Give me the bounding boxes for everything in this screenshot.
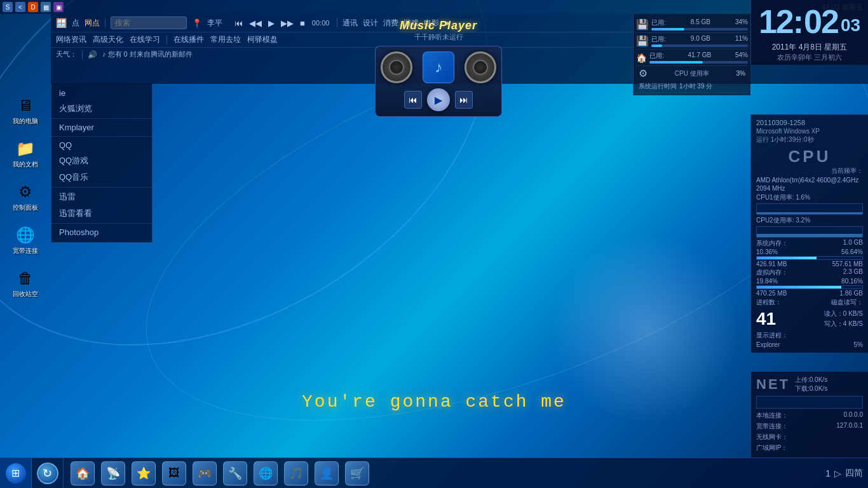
taskbar-rss-icon: 📡 <box>101 461 125 485</box>
qm-item-kmplayer[interactable]: Kmplayer <box>51 120 152 135</box>
net-loopback-row: 宽带连接： 127.0.0.1 <box>756 421 863 431</box>
nav-link-comm[interactable]: 通讯 <box>342 18 358 29</box>
disk-bar-3 <box>649 61 748 64</box>
top-bar-icon-lt[interactable]: < <box>15 2 25 12</box>
music-note-button[interactable]: ♪ <box>423 51 454 83</box>
net-wan-label: 广域网IP： <box>756 444 787 452</box>
top-bar-icon-d[interactable]: D <box>28 2 38 12</box>
taskbar-icon-rss[interactable]: 📡 <box>99 459 127 487</box>
disk-bar-2 <box>651 44 748 47</box>
mem-total-text: 1.0 GB <box>843 239 863 248</box>
mp-next-icon: ⏭ <box>459 95 468 105</box>
top-bar-icon-extra1[interactable]: ▦ <box>41 2 51 12</box>
nav-link-study[interactable]: 在线学习 <box>130 34 160 45</box>
taskbar-icon-user[interactable]: 👤 <box>313 459 341 487</box>
nav-link-common[interactable]: 常用去垃 <box>210 34 241 45</box>
taskbar-icon-net[interactable]: 🌐 <box>252 459 280 487</box>
disk-info-3: 已用: 41.7 GB 54% <box>649 51 748 64</box>
top-bar-icon-s[interactable]: S <box>3 2 13 12</box>
desktop-icon-broadband[interactable]: 🌐 宽带连接 <box>5 220 46 261</box>
disk-label-2: 已用: <box>651 35 666 44</box>
volume-icon: 🔊 <box>88 50 97 59</box>
media-btn-prev[interactable]: ⏮ <box>233 18 245 29</box>
mp-play-button[interactable]: ▶ <box>427 88 450 111</box>
mp-prev-button[interactable]: ⏮ <box>404 91 422 109</box>
cpu-sys-label: 20110309-1258 <box>756 119 863 126</box>
qm-item-qqmusic[interactable]: QQ音乐 <box>51 169 152 186</box>
qm-item-photoshop[interactable]: Photoshop <box>51 225 152 240</box>
qm-item-qq[interactable]: QQ <box>51 138 152 152</box>
desktop-icon-controlpanel[interactable]: ⚙ 控制面板 <box>5 177 46 217</box>
taskbar-icon-game[interactable]: 🎮 <box>191 459 219 487</box>
taskbar-refresh-btn[interactable]: ↻ <box>32 458 64 489</box>
media-btn-forward[interactable]: ▶▶ <box>279 18 295 29</box>
disk-icon-2: 💾 <box>636 35 649 47</box>
nav-link-netinfo[interactable]: 网络资讯 <box>56 34 86 45</box>
speaker-left-inner <box>389 60 404 75</box>
disk-bar-fill-2 <box>651 44 662 47</box>
desktop-icon-recycle[interactable]: 🗑 回收站空 <box>5 263 46 304</box>
nav-link-online[interactable]: 在线播件 <box>173 34 204 45</box>
clock-time-display: 12 : 02 03 <box>756 3 863 41</box>
start-button[interactable]: ⊞ <box>0 458 32 489</box>
net-panel-title: NET <box>756 376 790 393</box>
disk-row-3: 🏠 已用: 41.7 GB 54% <box>636 50 748 66</box>
qm-item-ie[interactable]: ie <box>51 86 152 100</box>
cpu-freq-label: 当前频率： <box>756 166 863 175</box>
net-upload-speed: 上传:0.0K/s <box>795 376 827 384</box>
net-wifi-row: 无线网卡： <box>756 432 863 442</box>
taskbar-icon-music[interactable]: 🎵 <box>282 459 310 487</box>
qm-item-firefox[interactable]: 火狐浏览 <box>51 100 152 117</box>
cpu1-graph-line <box>757 212 862 214</box>
qm-item-qqgames[interactable]: QQ游戏 <box>51 152 152 169</box>
desktop-icon-mydocs[interactable]: 📁 我的文档 <box>5 133 46 174</box>
cpu2-graph-line <box>757 234 862 237</box>
cpu-model-row: AMD Athlon(tm)64x2 4600@2.4GHz <box>756 177 863 184</box>
nav-search-input[interactable] <box>111 17 187 29</box>
sys-uptime-val: 1小时 39 分 <box>679 82 712 91</box>
nav-sep3 <box>166 36 167 44</box>
media-controls: ⏮ ◀◀ ▶ ▶▶ ■ 00:00 <box>233 18 332 29</box>
disk-icon-1: 💾 <box>636 18 649 30</box>
tray-icon-1[interactable]: 1 <box>825 468 831 478</box>
taskbar-icon-home[interactable]: 🏠 <box>69 459 97 487</box>
nav-link-kdisk[interactable]: 柯驿模盘 <box>247 34 278 45</box>
disk-io-values: 读入：0 KB/S 写入：4 KB/S <box>824 308 863 330</box>
virtual-percent-left: 19.84% <box>756 278 778 285</box>
tray-icon-lang[interactable]: 四简 <box>845 468 863 479</box>
nav-link-advanced[interactable]: 高级天化 <box>93 34 123 45</box>
media-btn-rewind[interactable]: ◀◀ <box>247 18 264 29</box>
nav-address-link[interactable]: 李平 <box>207 18 222 29</box>
taskbar-icon-tool[interactable]: 🔧 <box>221 459 249 487</box>
desktop-icon-mycomputer[interactable]: 🖥 我的电脑 <box>5 90 46 131</box>
qm-item-thunderwatch[interactable]: 迅雷看看 <box>51 205 152 222</box>
broadband-label: 宽带连接 <box>5 247 46 255</box>
gear-settings-icon[interactable]: ⚙ <box>639 67 648 79</box>
cpu2-graph <box>756 226 863 238</box>
clock-colon: : <box>793 3 804 41</box>
clock-date-lunar: 农历辛卯年 三月初六 <box>756 53 863 62</box>
virtual-bar <box>756 285 863 289</box>
cpu-freq-val: 2094 MHz <box>756 185 785 192</box>
taskbar-icon-shop[interactable]: 🛒 <box>343 459 371 487</box>
disk-percent-3: 54% <box>735 51 748 60</box>
taskbar-icon-photo[interactable]: 🖼 <box>160 459 188 487</box>
media-btn-play[interactable]: ▶ <box>266 18 276 29</box>
sys-uptime-label: 系统运行时间 <box>639 82 677 91</box>
mem-free-text: 557.61 MB <box>832 261 863 268</box>
disk-info-2: 已用: 9.0 GB 11% <box>651 35 748 47</box>
media-btn-stop[interactable]: ■ <box>298 18 307 29</box>
disk-bar-fill-1 <box>651 28 684 30</box>
disk-used-1: 已用: 8.5 GB 34% <box>651 18 748 27</box>
top-bar-icon-extra2[interactable]: ▣ <box>53 2 64 12</box>
mp-next-button[interactable]: ⏭ <box>455 91 473 109</box>
cpu-model-text: AMD Athlon(tm)64x2 4600@2.4GHz <box>756 177 858 184</box>
mydocs-label: 我的文档 <box>5 160 46 169</box>
nav-sep4 <box>82 50 83 59</box>
refresh-icon: ↻ <box>37 463 58 484</box>
nav-icon-link-home[interactable]: 点 <box>72 18 79 29</box>
disk-label-3: 已用: <box>649 51 664 60</box>
taskbar-icon-star[interactable]: ⭐ <box>130 459 158 487</box>
qm-item-thunder[interactable]: 迅雷 <box>51 189 152 205</box>
mem-label-row: 系统内存： 1.0 GB <box>756 239 863 248</box>
